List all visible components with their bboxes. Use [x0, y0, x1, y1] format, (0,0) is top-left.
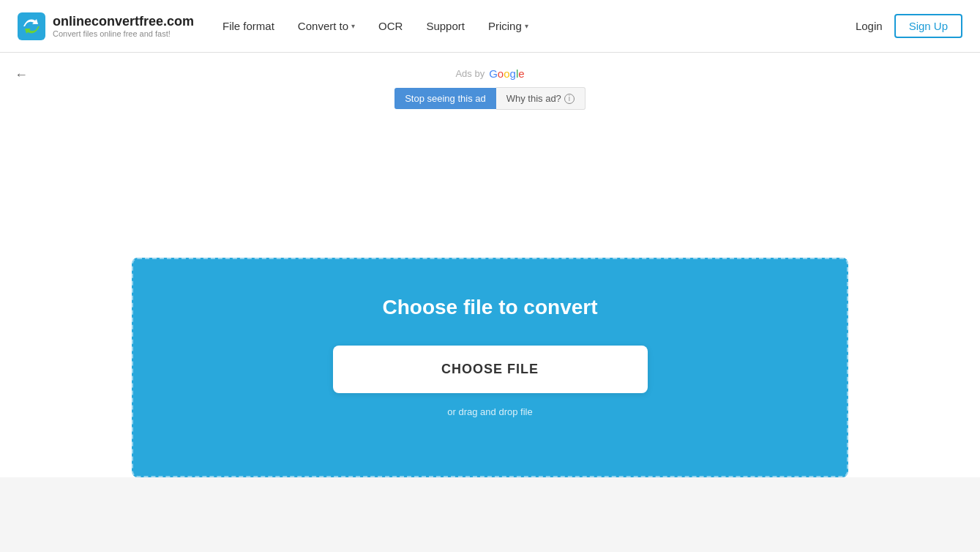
logo-subtitle: Convert files online free and fast! [53, 29, 194, 38]
ads-by-label: Ads by [455, 68, 485, 79]
nav-support[interactable]: Support [426, 20, 465, 32]
header-actions: Login Sign Up [856, 14, 962, 38]
convert-to-chevron: ▾ [351, 22, 355, 30]
nav-pricing[interactable]: Pricing ▾ [488, 20, 528, 32]
pricing-chevron: ▾ [525, 22, 528, 30]
drag-drop-label: or drag and drop file [447, 406, 532, 417]
nav-convert-to[interactable]: Convert to ▾ [298, 20, 355, 32]
svg-rect-0 [18, 12, 45, 40]
signup-button[interactable]: Sign Up [894, 14, 962, 38]
ad-empty-space [15, 110, 965, 243]
ads-by-google: Ads by Google [455, 67, 524, 80]
login-button[interactable]: Login [856, 20, 883, 32]
site-header: onlineconvertfree.com Convert files onli… [0, 0, 980, 53]
nav-file-format[interactable]: File format [222, 20, 274, 32]
main-content: ← Ads by Google Stop seeing this ad Why … [0, 53, 980, 477]
logo-title: onlineconvertfree.com [53, 14, 194, 29]
converter-title: Choose file to convert [382, 296, 597, 319]
logo-area: onlineconvertfree.com Convert files onli… [18, 12, 208, 40]
back-arrow[interactable]: ← [15, 67, 28, 83]
choose-file-button[interactable]: CHOOSE FILE [333, 346, 648, 393]
logo-icon [18, 12, 45, 40]
ad-controls: Stop seeing this ad Why this ad? i [394, 87, 586, 110]
converter-section: Choose file to convert CHOOSE FILE or dr… [132, 258, 848, 477]
why-this-ad-button[interactable]: Why this ad? i [496, 87, 586, 110]
info-icon: i [564, 94, 575, 104]
nav-ocr[interactable]: OCR [378, 20, 403, 32]
logo-text: onlineconvertfree.com Convert files onli… [53, 14, 194, 38]
stop-seeing-ad-button[interactable]: Stop seeing this ad [394, 88, 496, 109]
ad-section: ← Ads by Google Stop seeing this ad Why … [0, 53, 980, 258]
google-label: Google [489, 67, 524, 80]
main-nav: File format Convert to ▾ OCR Support Pri… [222, 20, 856, 32]
